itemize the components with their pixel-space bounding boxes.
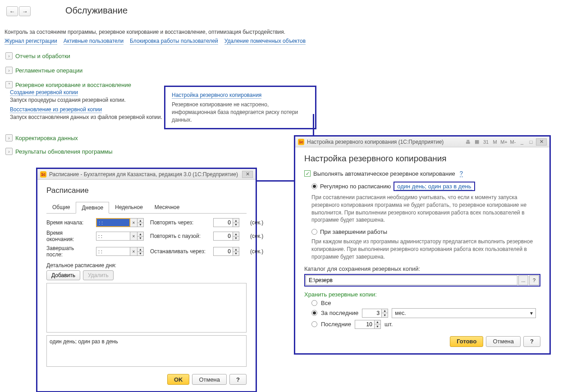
- help-button[interactable]: ?: [229, 374, 247, 385]
- cancel-button[interactable]: Отмена: [486, 336, 521, 347]
- note-schedule: При составлении расписания необходимо уч…: [311, 194, 540, 224]
- callout-backup-settings: Настройка резервного копирования Резервн…: [164, 86, 316, 129]
- radio-onclose[interactable]: [311, 229, 317, 235]
- help-button[interactable]: ?: [523, 336, 540, 347]
- help-auto-backup[interactable]: ?: [460, 170, 463, 177]
- desc-create-backup: Запуск процедуры создания резервной копи…: [10, 97, 126, 103]
- radio-keep-all[interactable]: [311, 300, 317, 306]
- link-restore-backup[interactable]: Восстановление из резервной копии: [10, 106, 102, 113]
- label-sec1: (сек.): [250, 219, 268, 226]
- input-finish-after[interactable]: [96, 247, 130, 256]
- close-icon[interactable]: ✕: [242, 171, 253, 178]
- callout-text: Резервное копирование не настроено, инфо…: [172, 101, 309, 123]
- add-button[interactable]: Добавить: [46, 270, 80, 280]
- browse-button[interactable]: ...: [518, 275, 528, 285]
- collapse-backup[interactable]: ˅: [5, 81, 13, 88]
- radio-schedule[interactable]: [311, 183, 317, 189]
- section-backup[interactable]: Резервное копирование и восстановление: [15, 82, 131, 88]
- titlebar-text: Настройка резервного копирования (1С:Пре…: [307, 139, 444, 145]
- label-stop-after: Останавливать через:: [150, 248, 209, 255]
- label-end: Время окончания:: [46, 230, 91, 242]
- input-stop-after[interactable]: [213, 247, 233, 256]
- clear-end[interactable]: ×: [130, 232, 137, 241]
- titlebar-schedule: 1c Расписание - Бухгалтерия для Казахста…: [37, 169, 256, 180]
- input-keep-recent-value[interactable]: [362, 309, 382, 318]
- input-repeat-pause[interactable]: [213, 232, 233, 241]
- link-block-users[interactable]: Блокировка работы пользователей: [130, 38, 218, 45]
- link-delete-marked[interactable]: Удаление помеченных объектов: [224, 38, 306, 45]
- link-schedule[interactable]: один день; один раз в день: [396, 183, 472, 190]
- clear-start[interactable]: ×: [130, 218, 137, 227]
- tab-daily[interactable]: Дневное: [76, 202, 109, 214]
- maximize-icon[interactable]: □: [527, 138, 535, 146]
- input-catalog-path[interactable]: [306, 275, 517, 285]
- spin-down[interactable]: ▼: [375, 324, 380, 328]
- tab-common[interactable]: Общие: [46, 201, 76, 213]
- close-icon[interactable]: ✕: [536, 138, 547, 146]
- label-keep: Хранить резервные копии:: [304, 291, 540, 298]
- link-create-backup[interactable]: Создание резервной копии: [10, 89, 78, 96]
- label-radio-schedule: Регулярно по расписанию: [320, 183, 391, 190]
- label-repeat-pause: Повторять с паузой:: [150, 233, 209, 239]
- section-correct[interactable]: Корректировка данных: [15, 135, 78, 141]
- calendar-icon[interactable]: 31: [482, 138, 490, 146]
- section-reports[interactable]: Отчеты и обработки: [15, 53, 70, 59]
- checkbox-auto-backup[interactable]: ✓: [304, 170, 311, 177]
- label-start: Время начала:: [46, 219, 91, 226]
- label-repeat-every: Повторять через:: [150, 219, 209, 226]
- label-radio-onclose: При завершении работы: [320, 228, 387, 235]
- input-repeat-every[interactable]: [213, 218, 233, 227]
- label-auto-backup: Выполнять автоматическое резервное копир…: [313, 170, 455, 177]
- schedule-heading: Расписание: [46, 186, 247, 195]
- clear-finish[interactable]: ×: [130, 247, 137, 256]
- label-keep-recent: За последние: [321, 310, 358, 316]
- radio-keep-count[interactable]: [311, 321, 317, 327]
- cancel-button[interactable]: Отмена: [192, 374, 227, 385]
- expand-update[interactable]: ›: [5, 148, 13, 155]
- page-subtitle: Контроль за состоянием программы, резерв…: [5, 29, 285, 35]
- label-keep-count: Последние: [321, 321, 351, 328]
- label-catalog: Каталог для сохранения резервных копий:: [304, 265, 540, 272]
- help-catalog[interactable]: ?: [529, 275, 539, 285]
- spin-up[interactable]: ▲: [382, 309, 388, 314]
- connector: [256, 180, 295, 182]
- tab-monthly[interactable]: Месячное: [149, 201, 186, 213]
- label-detailed: Детальное расписание дня:: [46, 262, 247, 269]
- mminus-icon[interactable]: M-: [509, 138, 517, 146]
- nav-back[interactable]: ←: [6, 6, 18, 16]
- label-finish-after: Завершать после:: [46, 245, 91, 258]
- m-icon[interactable]: M: [491, 138, 499, 146]
- spin-down[interactable]: ▼: [382, 313, 388, 317]
- print-icon[interactable]: 🖶: [464, 138, 472, 146]
- link-backup-settings[interactable]: Настройка резервного копирования: [172, 92, 261, 99]
- done-button[interactable]: Готово: [450, 336, 483, 347]
- calc-icon[interactable]: ▦: [473, 138, 481, 146]
- ok-button[interactable]: OK: [167, 374, 190, 385]
- mplus-icon[interactable]: M+: [500, 138, 508, 146]
- link-journal[interactable]: Журнал регистрации: [5, 38, 57, 45]
- desc-restore-backup: Запуск восстановления данных из файлов р…: [10, 114, 162, 120]
- link-active-users[interactable]: Активные пользователи: [64, 38, 124, 45]
- dialog-backup-settings: 1c Настройка резервного копирования (1С:…: [294, 135, 551, 355]
- detailed-listbox[interactable]: [46, 283, 247, 333]
- dialog-schedule: 1c Расписание - Бухгалтерия для Казахста…: [36, 168, 257, 392]
- section-update[interactable]: Результаты обновления программы: [15, 148, 113, 155]
- spin-up[interactable]: ▲: [375, 320, 380, 325]
- connector: [313, 114, 314, 137]
- label-keep-all: Все: [321, 300, 331, 306]
- note-onclose: При каждом выходе из программы администр…: [311, 238, 540, 260]
- expand-reglament[interactable]: ›: [5, 67, 13, 74]
- input-end-time[interactable]: [96, 232, 130, 241]
- expand-reports[interactable]: ›: [5, 52, 13, 59]
- input-keep-count-value[interactable]: [355, 320, 375, 329]
- input-start-time[interactable]: [96, 218, 130, 227]
- nav-forward[interactable]: →: [19, 6, 31, 16]
- minimize-icon[interactable]: _: [518, 138, 526, 146]
- select-keep-unit[interactable]: мес.▾: [392, 308, 536, 318]
- label-sec2: (сек.): [250, 233, 268, 239]
- expand-correct[interactable]: ›: [5, 134, 13, 141]
- settings-heading: Настройка резервного копирования: [304, 154, 540, 164]
- radio-keep-recent[interactable]: [311, 310, 317, 316]
- section-reglament[interactable]: Регламентные операции: [15, 67, 82, 74]
- tab-weekly[interactable]: Недельное: [109, 201, 149, 213]
